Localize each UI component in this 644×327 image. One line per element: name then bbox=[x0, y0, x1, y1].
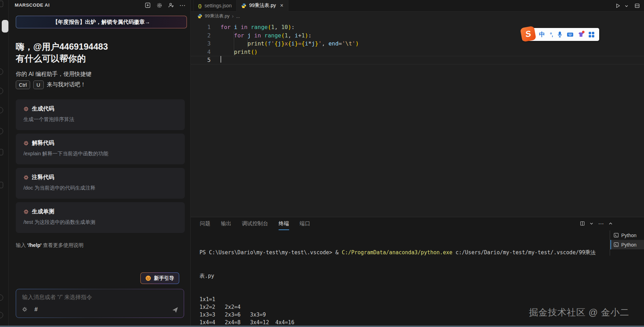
terminal-line: 1x1=1 bbox=[200, 296, 596, 303]
terminal-instance-list: Python Python bbox=[610, 230, 644, 249]
terminal-command-line: PS C:\Users\Dario\my-test\my-test\.vscod… bbox=[200, 249, 596, 256]
code-line[interactable]: for j in range(1, i+1): bbox=[220, 31, 359, 40]
shortcut-row: Ctrl U 来与我对话吧！ bbox=[16, 80, 86, 89]
activity-icon-stub bbox=[0, 107, 3, 113]
tab-settings-json[interactable]: {} settings.json bbox=[193, 0, 237, 11]
taskbar-edge bbox=[0, 326, 644, 327]
card-title: 生成单测 bbox=[32, 208, 54, 215]
terminal-list-separator bbox=[610, 230, 610, 256]
card-title: 注释代码 bbox=[32, 174, 54, 181]
account-icon[interactable] bbox=[168, 2, 174, 8]
breadcrumb[interactable]: 99乘法表.py › ... bbox=[191, 12, 644, 21]
skin-shirt-icon[interactable] bbox=[578, 32, 584, 37]
account-icon bbox=[0, 294, 3, 301]
greeting-line1: 嗨，@用户4469194483 bbox=[16, 41, 108, 52]
key-u: U bbox=[33, 80, 44, 89]
marscode-ai-panel: MARSCODE AI ⋯ 【年度报告】出炉，解锁专属代码徽章→ 嗨，@用户44… bbox=[9, 0, 191, 326]
chat-input[interactable]: 输入消息或者 “/” 来选择指令 # bbox=[16, 289, 184, 318]
code-editor[interactable]: 12345 for i in range(1, 10): for j in ra… bbox=[191, 21, 644, 217]
assistant-subtitle: 你的 AI 编程助手，使用快捷键 bbox=[16, 71, 91, 78]
beginner-guide-button[interactable]: 新手引导 bbox=[140, 272, 179, 284]
code-line[interactable]: print(f'{j}x{i}={i*j}', end='\t') bbox=[220, 40, 359, 48]
more-actions-icon[interactable]: ⋯ bbox=[598, 220, 604, 227]
json-file-icon: {} bbox=[198, 3, 202, 8]
more-actions-icon[interactable]: ⋯ bbox=[179, 2, 186, 8]
context-hash-icon[interactable]: # bbox=[34, 306, 37, 313]
breadcrumb-more[interactable]: ... bbox=[236, 14, 240, 19]
settings-gear-icon[interactable] bbox=[156, 2, 162, 8]
editor-region: {} settings.json 99乘法表.py × 99乘法表 bbox=[191, 0, 644, 217]
sogou-logo-icon[interactable]: S bbox=[520, 26, 536, 42]
tab-debug-console[interactable]: 调试控制台 bbox=[242, 220, 268, 227]
card-comment-code[interactable]: 注释代码 /doc 为当前选中的代码生成注释 bbox=[16, 168, 185, 199]
code-line[interactable] bbox=[220, 56, 359, 64]
ime-punctuation-icon[interactable]: °, bbox=[550, 31, 553, 37]
notification-dot bbox=[582, 31, 584, 33]
shortcut-suffix: 来与我对话吧！ bbox=[47, 81, 86, 88]
tab-multiplication-py[interactable]: 99乘法表.py × bbox=[237, 0, 288, 12]
bottom-panel: 问题 输出 调试控制台 终端 端口 ⋯ PS C:\Users\Dario\my… bbox=[191, 217, 644, 326]
breadcrumb-file[interactable]: 99乘法表.py bbox=[205, 13, 230, 19]
tab-output[interactable]: 输出 bbox=[221, 220, 231, 227]
card-generate-code[interactable]: 生成代码 生成一个冒泡排序算法 bbox=[16, 99, 185, 130]
card-title: 生成代码 bbox=[32, 105, 54, 113]
activity-bar[interactable] bbox=[0, 0, 9, 326]
microphone-icon[interactable] bbox=[558, 31, 562, 37]
annual-report-banner[interactable]: 【年度报告】出炉，解锁专属代码徽章→ bbox=[16, 16, 187, 28]
activity-icon-stub bbox=[0, 182, 3, 188]
tab-label: settings.json bbox=[204, 3, 232, 8]
code-lines[interactable]: for i in range(1, 10): for j in range(1,… bbox=[220, 23, 359, 64]
tab-ports[interactable]: 端口 bbox=[300, 220, 310, 227]
code-line[interactable]: for i in range(1, 10): bbox=[220, 23, 359, 31]
activity-icon-stub bbox=[0, 149, 3, 155]
toolbox-grid-icon[interactable] bbox=[589, 32, 594, 37]
maximize-panel-icon[interactable] bbox=[609, 222, 612, 226]
indent-guide bbox=[234, 31, 234, 56]
split-editor-icon[interactable] bbox=[635, 3, 640, 8]
terminal-instance-python[interactable]: Python bbox=[610, 230, 644, 240]
run-python-icon[interactable] bbox=[615, 3, 621, 8]
activity-icon-stub bbox=[0, 88, 3, 94]
activity-icon-stub bbox=[0, 1, 3, 7]
greeting: 嗨，@用户4469194483 有什么可以帮你的 bbox=[16, 41, 108, 64]
activity-icon-stub bbox=[0, 69, 3, 75]
close-tab-icon[interactable]: × bbox=[280, 2, 283, 9]
keyboard-icon[interactable] bbox=[567, 32, 573, 37]
card-explain-code[interactable]: 解释代码 /explain 解释一下当前选中函数的功能 bbox=[16, 134, 185, 164]
watermark: 掘金技术社区 @ 金小二 bbox=[529, 306, 629, 319]
help-command: '/help' bbox=[27, 242, 42, 248]
panel-title: MARSCODE AI bbox=[15, 2, 50, 8]
tab-problems[interactable]: 问题 bbox=[200, 220, 210, 227]
indent-guide bbox=[247, 40, 248, 48]
tab-terminal[interactable]: 终端 bbox=[279, 220, 289, 227]
launch-profile-dropdown-icon[interactable] bbox=[590, 222, 593, 225]
sparkle-icon bbox=[23, 141, 29, 146]
send-icon[interactable] bbox=[172, 307, 178, 313]
tab-bar: {} settings.json 99乘法表.py × bbox=[191, 0, 644, 12]
terminal-instance-python-selected[interactable]: Python bbox=[610, 240, 644, 249]
banner-text: 【年度报告】出炉，解锁专属代码徽章→ bbox=[52, 19, 150, 26]
new-chat-icon[interactable] bbox=[145, 2, 151, 8]
chevron-right-icon: › bbox=[232, 13, 234, 19]
python-exe-path: C:/ProgramData/anaconda3/python.exe bbox=[342, 249, 452, 256]
ime-chinese-mode-icon[interactable]: 中 bbox=[539, 30, 545, 38]
terminal-icon bbox=[614, 233, 619, 238]
python-file-icon bbox=[241, 3, 246, 8]
key-ctrl: Ctrl bbox=[16, 80, 30, 89]
prompt-cards: 生成代码 生成一个冒泡排序算法 解释代码 /explain 解释一下当前选中函数… bbox=[16, 99, 185, 233]
code-line[interactable]: print() bbox=[220, 48, 359, 56]
sogou-ime-bar[interactable]: S 中 °, bbox=[522, 28, 599, 41]
sparkle-icon bbox=[23, 209, 29, 214]
run-dropdown-icon[interactable] bbox=[625, 4, 628, 8]
terminal-instance-label: Python bbox=[621, 242, 637, 248]
sparkle-icon bbox=[23, 175, 29, 180]
card-desc: 生成一个冒泡排序算法 bbox=[23, 116, 177, 123]
card-generate-test[interactable]: 生成单测 /test 为这段选中的函数生成单测 bbox=[16, 202, 185, 233]
split-terminal-icon[interactable] bbox=[580, 221, 585, 226]
sparkle-icon[interactable] bbox=[22, 307, 27, 312]
tab-label: 99乘法表.py bbox=[249, 2, 276, 9]
line-number-gutter: 12345 bbox=[191, 23, 211, 64]
text-cursor bbox=[220, 56, 221, 63]
active-view-indicator bbox=[2, 20, 8, 33]
terminal-line: 表.py bbox=[200, 272, 596, 280]
